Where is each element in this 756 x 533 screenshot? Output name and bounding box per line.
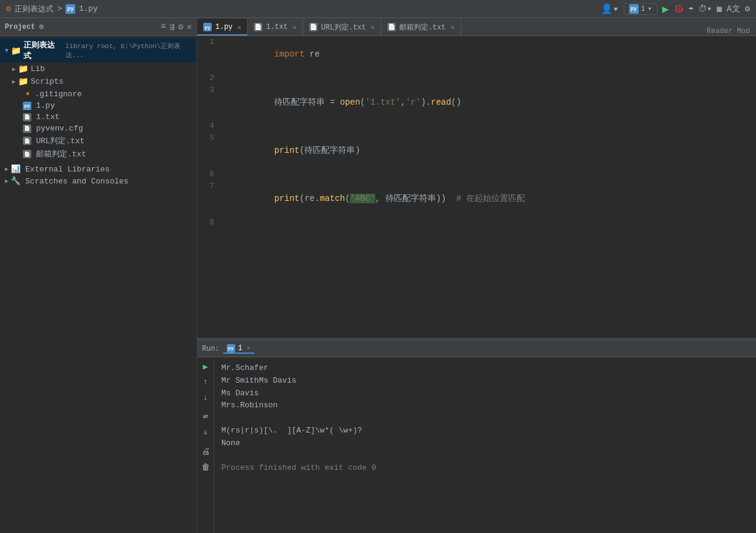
run-dropdown-icon: ▾ bbox=[648, 4, 652, 13]
code-line-5: 5 print(待匹配字符串) bbox=[197, 132, 756, 168]
delete-btn[interactable]: 🗑 bbox=[199, 461, 212, 474]
line-content-4 bbox=[221, 120, 756, 132]
sidebar-item-1py[interactable]: py 1.py bbox=[0, 100, 197, 111]
profile-button[interactable]: ⏱▾ bbox=[698, 4, 711, 14]
scratches-chevron: ▶ bbox=[5, 177, 8, 185]
lang-button[interactable]: A文 bbox=[727, 4, 740, 14]
output-line-7: None bbox=[221, 437, 749, 450]
sidebar-item-scratches[interactable]: ▶ 🔧 Scratches and Consoles bbox=[0, 175, 197, 187]
editor-area[interactable]: 1 import re 2 3 待匹配字符串 = open('1.txt','r… bbox=[197, 36, 756, 338]
line-content-6 bbox=[221, 168, 756, 180]
run-tab-label: 1 bbox=[238, 344, 242, 353]
sidebar-actions: ≡ ⇶ ⚙ ✕ bbox=[161, 22, 192, 32]
tab-email[interactable]: 📄 邮箱判定.txt ✕ bbox=[381, 19, 461, 35]
content-area: py 1.py ✕ 📄 1.txt ✕ 📄 URL判定.txt ✕ 📄 邮箱判定… bbox=[197, 18, 756, 533]
run-tab-icon: py bbox=[227, 344, 235, 353]
title-project: 正则表达式 bbox=[14, 4, 54, 14]
tab-url-close[interactable]: ✕ bbox=[371, 23, 375, 31]
collapse-all-btn[interactable]: ≡ bbox=[161, 22, 165, 32]
sidebar-item-url[interactable]: 📄 URL判定.txt bbox=[0, 134, 197, 147]
settings-gear-btn[interactable]: ⚙ bbox=[178, 22, 183, 32]
tab-1txt[interactable]: 📄 1.txt ✕ bbox=[248, 19, 303, 35]
output-line-4: Mrs.Robinson bbox=[221, 399, 749, 412]
run-config-btn[interactable]: py 1 ▾ bbox=[624, 3, 657, 15]
gitignore-icon: 🔸 bbox=[23, 89, 32, 99]
output-line-5 bbox=[221, 412, 749, 425]
add-folder-btn[interactable]: ⊕ bbox=[38, 22, 43, 32]
scratches-icon: 🔧 bbox=[11, 176, 20, 186]
line-num-5: 5 bbox=[197, 132, 221, 168]
sidebar-item-pyvenv[interactable]: 📄 pyvenv.cfg bbox=[0, 123, 197, 134]
tab-1txt-close[interactable]: ✕ bbox=[292, 23, 297, 31]
title-bar-actions: 👤▾ py 1 ▾ ▶ 🐞 ☂ ⏱▾ ▦ A文 ⚙ bbox=[601, 2, 750, 16]
scripts-folder-icon: 📁 bbox=[18, 76, 28, 87]
scroll-up-btn[interactable]: ↑ bbox=[199, 375, 212, 389]
title-filename: 1.py bbox=[79, 4, 97, 13]
sidebar-title: Project bbox=[5, 23, 35, 31]
line-num-6: 6 bbox=[197, 168, 221, 180]
title-bar: ⚙ 正则表达式 > py 1.py 👤▾ py 1 ▾ ▶ 🐞 ☂ ⏱▾ ▦ A… bbox=[0, 0, 756, 18]
tab-url[interactable]: 📄 URL判定.txt ✕ bbox=[303, 19, 381, 35]
sidebar-item-1txt[interactable]: 📄 1.txt bbox=[0, 111, 197, 123]
external-chevron: ▶ bbox=[5, 165, 8, 173]
code-line-1: 1 import re bbox=[197, 36, 756, 72]
pyvenv-label: pyvenv.cfg bbox=[36, 124, 83, 133]
user-icon[interactable]: 👤▾ bbox=[601, 3, 619, 15]
filter-btn[interactable]: ⇌ bbox=[199, 409, 212, 422]
sidebar-item-external[interactable]: ▶ 📊 External Libraries bbox=[0, 163, 197, 175]
coverage-button[interactable]: ☂ bbox=[689, 4, 693, 14]
tab-email-close[interactable]: ✕ bbox=[450, 23, 455, 31]
main-container: Project ⊕ ≡ ⇶ ⚙ ✕ ▼ 📁 正则表达式 library root… bbox=[0, 18, 756, 533]
run-tab-1[interactable]: py 1 × bbox=[223, 344, 254, 354]
line-content-7: print(re.match('ABC', 待匹配字符串)) # 在起始位置匹配 bbox=[221, 180, 756, 217]
tab-1py[interactable]: py 1.py ✕ bbox=[197, 19, 248, 35]
email-icon: 📄 bbox=[23, 150, 31, 158]
line-content-1: import re bbox=[221, 36, 756, 72]
1txt-label: 1.txt bbox=[36, 112, 60, 122]
pyvenv-icon: 📄 bbox=[23, 125, 31, 133]
tab-1py-close[interactable]: ✕ bbox=[238, 23, 242, 31]
run-tab-close[interactable]: × bbox=[247, 345, 251, 352]
code-line-4: 4 bbox=[197, 120, 756, 132]
line-num-3: 3 bbox=[197, 84, 221, 120]
sidebar-item-email[interactable]: 📄 邮箱判定.txt bbox=[0, 147, 197, 161]
root-label: 正则表达式 bbox=[23, 40, 61, 61]
file-tree: ▼ 📁 正则表达式 library root, E:\Python\正则表达..… bbox=[0, 36, 197, 533]
scroll-down-btn[interactable]: ↓ bbox=[199, 391, 212, 404]
sidebar-item-gitignore[interactable]: 🔸 .gitignore bbox=[0, 88, 197, 100]
scratches-label: Scratches and Consoles bbox=[25, 177, 129, 186]
settings-button[interactable]: ⚙ bbox=[745, 4, 750, 14]
lib-folder-icon: 📁 bbox=[18, 64, 28, 74]
debug-button[interactable]: 🐞 bbox=[674, 4, 684, 14]
run-count: 1 bbox=[641, 5, 645, 13]
tab-url-label: URL判定.txt bbox=[321, 22, 366, 32]
line-num-1: 1 bbox=[197, 36, 221, 72]
sidebar-item-lib[interactable]: ▶ 📁 Lib bbox=[0, 63, 197, 75]
line-content-3: 待匹配字符串 = open('1.txt','r').read() bbox=[221, 84, 756, 120]
external-lib-icon: 📊 bbox=[11, 164, 20, 174]
1txt-icon: 📄 bbox=[23, 113, 31, 122]
tab-email-icon: 📄 bbox=[387, 23, 396, 31]
tab-1py-icon: py bbox=[203, 23, 212, 31]
scroll-to-source-btn[interactable]: ⇶ bbox=[170, 22, 174, 32]
tree-root[interactable]: ▼ 📁 正则表达式 library root, E:\Python\正则表达..… bbox=[0, 39, 197, 63]
close-sidebar-btn[interactable]: ✕ bbox=[187, 22, 192, 32]
sidebar-header: Project ⊕ ≡ ⇶ ⚙ ✕ bbox=[0, 18, 197, 36]
tab-url-icon: 📄 bbox=[309, 23, 318, 31]
run-toolbar: ▶ ↑ ↓ ⇌ ⇓ 🖨 🗑 bbox=[197, 357, 214, 533]
run-output: Mr.Schafer Mr SmithMs Davis Ms Davis Mrs… bbox=[214, 357, 756, 533]
line-num-8: 8 bbox=[197, 217, 221, 229]
line-content-5: print(待匹配字符串) bbox=[221, 132, 756, 168]
root-folder-icon: 📁 bbox=[11, 46, 21, 56]
soft-wrap-btn[interactable]: ⇓ bbox=[199, 425, 212, 438]
lib-chevron: ▶ bbox=[12, 66, 16, 73]
rerun-button[interactable]: ▶ bbox=[199, 360, 212, 373]
vcs-button[interactable]: ▦ bbox=[717, 4, 722, 14]
output-process-line: Process finished with exit code 0 bbox=[221, 462, 749, 475]
output-line-2: Mr SmithMs Davis bbox=[221, 375, 749, 387]
run-button[interactable]: ▶ bbox=[662, 2, 669, 16]
print-btn[interactable]: 🖨 bbox=[199, 445, 212, 458]
run-py-icon: py bbox=[629, 4, 639, 14]
output-line-3: Ms Davis bbox=[221, 387, 749, 400]
sidebar-item-scripts[interactable]: ▶ 📁 Scripts bbox=[0, 75, 197, 88]
